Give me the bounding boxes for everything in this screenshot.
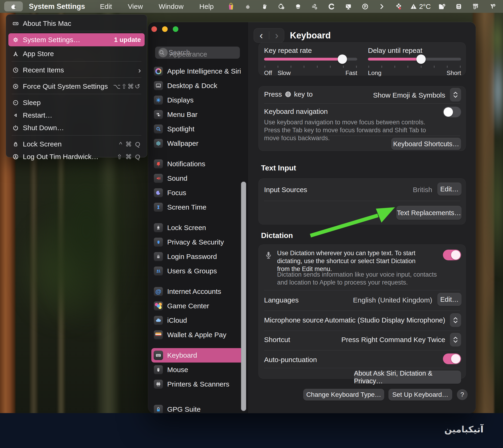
- sidebar-item-label: Login Password: [167, 253, 217, 261]
- sidebar-item-privacy-security[interactable]: Privacy & Security: [151, 235, 244, 249]
- apple-menu-button[interactable]: [4, 1, 23, 11]
- sidebar-scrollbar[interactable]: [241, 182, 246, 411]
- display-status-icon[interactable]: [340, 0, 357, 13]
- sidebar-item-screen-time[interactable]: Screen Time: [151, 200, 244, 214]
- disc-stack-icon[interactable]: [290, 0, 307, 13]
- menu-item-recent-items[interactable]: Recent Items ›: [8, 64, 145, 77]
- sidebar-item-notifications[interactable]: Notifications: [151, 157, 244, 171]
- menu-item-restart[interactable]: Restart…: [8, 109, 145, 122]
- sidebar-item-users-groups[interactable]: Users & Groups: [151, 264, 244, 278]
- shopping-bag-icon[interactable]: [223, 0, 239, 13]
- weather-status[interactable]: 2°C: [407, 0, 434, 13]
- internet-accounts-icon: @: [154, 287, 163, 296]
- mouse-icon: [154, 365, 163, 374]
- watermark-logo: آتیکبامین: [444, 424, 484, 434]
- screen-time-icon: [154, 203, 163, 212]
- sidebar-item-apple-intelligence[interactable]: Apple Intelligence & Siri: [151, 64, 244, 79]
- mac-icon: [12, 20, 23, 27]
- game-center-icon: [154, 301, 163, 311]
- hand-icon[interactable]: [256, 0, 273, 13]
- set-up-keyboard-button[interactable]: Set Up Keyboard…: [389, 389, 452, 400]
- sidebar-item-focus[interactable]: Focus: [151, 186, 244, 200]
- menubar-menu-edit[interactable]: Edit: [92, 2, 120, 11]
- slider-knob[interactable]: [338, 54, 347, 64]
- sidebar-item-game-center[interactable]: Game Center: [151, 299, 244, 313]
- letter-c-icon[interactable]: [323, 0, 340, 13]
- sidebar-item-login-password[interactable]: Login Password: [151, 249, 244, 264]
- menu-item-force-quit[interactable]: Force Quit System Settings ⌥⇧⌘↺: [8, 80, 145, 93]
- watch-alert-icon[interactable]: [273, 0, 290, 13]
- forward-button[interactable]: ›: [269, 29, 285, 42]
- dictation-toggle[interactable]: [443, 250, 461, 260]
- clock-icon: [12, 67, 23, 74]
- sidebar-item-gpg-suite[interactable]: GPG Suite: [151, 402, 244, 413]
- menubar-menu-window[interactable]: Window: [151, 2, 191, 11]
- sidebar-item-menu-bar[interactable]: Menu Bar: [151, 107, 244, 122]
- help-button[interactable]: ?: [457, 389, 468, 400]
- sidebar-item-sound[interactable]: Sound: [151, 171, 244, 186]
- sidebar-item-label: Apple Intelligence & Siri: [167, 67, 241, 75]
- about-siri-privacy-button[interactable]: About Ask Siri, Dictation & Privacy…: [354, 371, 461, 384]
- sidebar-item-mouse[interactable]: Mouse: [151, 363, 244, 377]
- update-badge: 1 update: [114, 36, 141, 44]
- divider: [264, 290, 460, 290]
- wallpaper-foliage: [488, 130, 503, 279]
- press-key-prefix: Press: [264, 90, 282, 98]
- menubar-menu-help[interactable]: Help: [191, 2, 222, 11]
- sidebar-item-displays[interactable]: Displays: [151, 93, 244, 107]
- circle-p-icon[interactable]: [357, 0, 373, 13]
- sidebar-item-wallpaper[interactable]: Wallpaper: [151, 136, 244, 151]
- apple-status-icon[interactable]: [239, 0, 256, 13]
- sidebar-item-spotlight[interactable]: Spotlight: [151, 122, 244, 136]
- zoom-button[interactable]: [173, 26, 178, 32]
- back-button[interactable]: ‹: [254, 29, 269, 42]
- wind-icon[interactable]: [307, 0, 323, 13]
- menu-separator: [12, 94, 141, 94]
- sidebar-item-internet-accounts[interactable]: @ Internet Accounts: [151, 284, 244, 299]
- spotlight-icon: [154, 124, 163, 134]
- notifications-icon: [154, 159, 163, 169]
- chevron-right-status-icon[interactable]: [373, 0, 390, 13]
- shortcut-stepper[interactable]: [450, 333, 461, 347]
- sidebar-item-wallet[interactable]: Wallet & Apple Pay: [151, 328, 244, 342]
- menu-item-system-settings[interactable]: System Settings… 1 update: [8, 33, 145, 46]
- close-button[interactable]: [151, 26, 157, 32]
- apple-logo-icon: [10, 3, 17, 10]
- sidebar-item-keyboard[interactable]: Keyboard: [151, 348, 244, 363]
- slider-label-short: Short: [447, 69, 461, 77]
- delay-label: Delay until repeat: [368, 47, 422, 54]
- location-check-icon[interactable]: [484, 0, 501, 13]
- keyboard-shortcuts-button[interactable]: Keyboard Shortcuts…: [391, 138, 461, 150]
- menu-item-app-store[interactable]: App Store: [8, 47, 145, 60]
- calculator-icon[interactable]: [450, 0, 467, 13]
- folder-check-icon[interactable]: [434, 0, 450, 13]
- minimize-button[interactable]: [162, 26, 168, 32]
- keys-icon[interactable]: [467, 0, 484, 13]
- microphone-source-stepper[interactable]: [450, 313, 461, 327]
- menu-item-about-this-mac[interactable]: About This Mac: [8, 17, 145, 30]
- menu-item-log-out[interactable]: Log Out Tim Hardwick… ⇧ ⌘ Q: [8, 150, 145, 163]
- input-sources-edit-button[interactable]: Edit…: [437, 183, 462, 196]
- text-replacements-button[interactable]: Text Replacements…: [396, 206, 462, 220]
- sidebar-item-desktop-dock[interactable]: Desktop & Dock: [151, 79, 244, 93]
- sidebar-item-lock-screen[interactable]: Lock Screen: [151, 221, 244, 235]
- grid-flag-icon[interactable]: [390, 0, 407, 13]
- sidebar-item-icloud[interactable]: iCloud: [151, 313, 244, 328]
- menu-item-shut-down[interactable]: Shut Down…: [8, 121, 145, 134]
- menu-item-sleep[interactable]: Sleep: [8, 96, 145, 109]
- sidebar-item-printers[interactable]: Printers & Scanners: [151, 377, 244, 391]
- slider-knob[interactable]: [416, 54, 426, 64]
- auto-punctuation-toggle[interactable]: [443, 353, 461, 364]
- page-title: Keyboard: [290, 31, 331, 41]
- globe-key-value: Show Emoji & Symbols: [373, 91, 445, 99]
- change-keyboard-type-button[interactable]: Change Keyboard Type…: [303, 389, 384, 400]
- menu-item-lock-screen[interactable]: Lock Screen ^ ⌘ Q: [8, 138, 145, 151]
- kb-nav-toggle[interactable]: [443, 107, 461, 117]
- menu-item-label: Sleep: [23, 99, 41, 107]
- languages-edit-button[interactable]: Edit…: [437, 293, 462, 306]
- search-input[interactable]: Appearance Search: [155, 47, 240, 59]
- globe-key-stepper[interactable]: [450, 88, 461, 101]
- divider: [264, 331, 460, 331]
- power-icon: [12, 124, 23, 131]
- menubar-menu-view[interactable]: View: [120, 2, 151, 11]
